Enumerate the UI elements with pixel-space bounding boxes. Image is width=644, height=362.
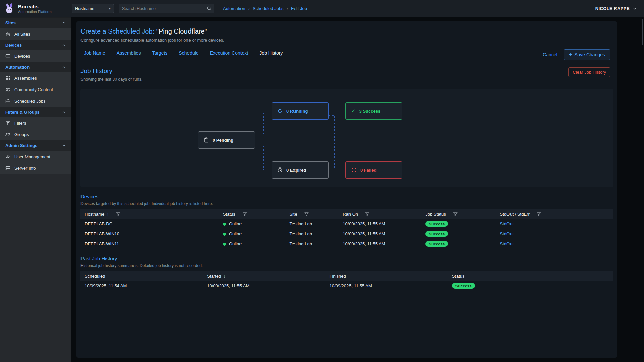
- sidebar-item-devices[interactable]: Devices: [0, 50, 71, 62]
- search-icon[interactable]: [207, 6, 212, 11]
- brand: Borealis Automation Platform: [0, 3, 71, 15]
- breadcrumb-scheduled-jobs[interactable]: Scheduled Jobs: [253, 6, 284, 11]
- sidebar-item-scheduled-jobs[interactable]: Scheduled Jobs: [0, 95, 71, 107]
- column-label: Finished: [329, 274, 346, 279]
- stdout-link[interactable]: StdOut: [500, 241, 514, 246]
- grid-icon: [5, 76, 10, 81]
- sidebar-item-label: All Sites: [14, 32, 30, 37]
- stdout-link[interactable]: StdOut: [500, 221, 514, 226]
- stdout-link[interactable]: StdOut: [500, 231, 514, 236]
- filter-icon[interactable]: [116, 212, 120, 216]
- device-table-row[interactable]: DEEPLAB-WIN11 Online Testing Lab 10/09/2…: [80, 239, 613, 249]
- user-icon: [5, 154, 10, 159]
- flow-node-expired[interactable]: 0 Expired: [272, 161, 329, 179]
- column-label: Hostname: [85, 212, 104, 217]
- sort-ascending-icon[interactable]: ↑: [107, 212, 109, 217]
- sidebar-item-assemblies[interactable]: Assemblies: [0, 72, 71, 84]
- past-history-row[interactable]: 10/09/2025, 11:54 AM 10/09/2025, 11:55 A…: [80, 281, 613, 291]
- cell-ran-on: 10/09/2025, 11:55 AM: [339, 239, 421, 249]
- sidebar-item-filters[interactable]: Filters: [0, 117, 71, 129]
- sidebar-item-label: Filters: [14, 121, 26, 126]
- past-history-heading: Past Job History: [80, 256, 613, 261]
- column-header-site[interactable]: Site: [285, 209, 339, 219]
- sidebar-item-all-sites[interactable]: All Sites: [0, 28, 71, 40]
- filter-icon[interactable]: [304, 212, 309, 216]
- scrollbar-thumb[interactable]: [642, 19, 643, 45]
- flow-node-failed[interactable]: 0 Failed: [345, 161, 402, 179]
- past-history-header-row: Scheduled Started ↓ Finished Status: [80, 272, 613, 281]
- tab-execution-context[interactable]: Execution Context: [210, 50, 248, 59]
- column-label: Status: [223, 212, 235, 217]
- column-label: Status: [452, 274, 465, 279]
- cancel-button[interactable]: Cancel: [543, 52, 557, 57]
- device-table-row[interactable]: DEEPLAB-DC Online Testing Lab 10/09/2025…: [80, 219, 613, 229]
- filter-icon[interactable]: [453, 212, 458, 216]
- sidebar-item-label: Groups: [14, 132, 29, 137]
- cell-site: Testing Lab: [285, 219, 339, 229]
- cell-hostname: DEEPLAB-WIN11: [80, 239, 219, 249]
- building-icon: [5, 32, 10, 37]
- past-history-subheading: Historical job history summaries. Detail…: [80, 263, 613, 268]
- chevron-up-icon: [62, 110, 66, 114]
- column-header-started[interactable]: Started ↓: [203, 272, 325, 281]
- column-header-ran-on[interactable]: Ran On: [339, 209, 421, 219]
- column-header-hostname[interactable]: Hostname ↑: [80, 209, 219, 219]
- tab-targets[interactable]: Targets: [152, 50, 167, 59]
- filter-icon[interactable]: [243, 212, 247, 216]
- tab-job-name[interactable]: Job Name: [84, 50, 105, 59]
- search-input[interactable]: [122, 6, 207, 11]
- job-status-flow-diagram: 0 Pending 0 Running ✓ 3 Success 0 Expire…: [80, 89, 613, 187]
- hostname-select[interactable]: Hostname ▾: [72, 4, 114, 13]
- groups-icon: [5, 132, 10, 137]
- column-header-status[interactable]: Status: [448, 272, 613, 281]
- breadcrumb-separator-icon: ›: [287, 6, 288, 11]
- sidebar-section-automation[interactable]: Automation: [0, 62, 71, 72]
- sort-descending-icon[interactable]: ↓: [223, 274, 226, 279]
- hostname-select-value: Hostname: [75, 6, 94, 11]
- sidebar-item-community-content[interactable]: Community Content: [0, 84, 71, 95]
- cell-stdout: StdOut: [496, 239, 613, 249]
- filter-icon[interactable]: [537, 212, 541, 216]
- sidebar-section-label: Sites: [5, 20, 16, 25]
- error-icon: [351, 167, 357, 173]
- clock-icon: [277, 167, 283, 173]
- column-label: Scheduled: [85, 274, 105, 279]
- flow-node-label: 0 Expired: [286, 168, 306, 173]
- sidebar-section-label: Devices: [5, 43, 22, 48]
- flow-node-pending[interactable]: 0 Pending: [198, 131, 255, 149]
- sidebar-section-devices[interactable]: Devices: [0, 40, 71, 50]
- column-label: Job Status: [425, 212, 446, 217]
- chevron-down-icon: [633, 7, 637, 11]
- tab-schedule[interactable]: Schedule: [179, 50, 198, 59]
- device-table-row[interactable]: DEEPLAB-WIN10 Online Testing Lab 10/09/2…: [80, 229, 613, 239]
- clear-job-history-button[interactable]: Clear Job History: [568, 67, 610, 77]
- sidebar-item-user-management[interactable]: User Management: [0, 151, 71, 162]
- flow-node-label: 0 Running: [286, 109, 308, 114]
- sidebar-section-sites[interactable]: Sites: [0, 17, 71, 28]
- column-header-job-status[interactable]: Job Status: [421, 209, 496, 219]
- column-header-scheduled[interactable]: Scheduled: [80, 272, 203, 281]
- sidebar-section-admin-settings[interactable]: Admin Settings: [0, 140, 71, 151]
- column-header-finished[interactable]: Finished: [325, 272, 448, 281]
- user-menu[interactable]: NICOLE RAPPE: [595, 6, 637, 11]
- flow-node-running[interactable]: 0 Running: [272, 102, 329, 120]
- breadcrumb-edit-job[interactable]: Edit Job: [291, 6, 307, 11]
- sidebar-item-server-info[interactable]: Server Info: [0, 162, 71, 174]
- column-label: Started: [207, 274, 221, 279]
- page-title-job-name: "Ping Cloudflare": [156, 27, 207, 35]
- sidebar-item-groups[interactable]: Groups: [0, 129, 71, 140]
- cell-site: Testing Lab: [285, 239, 339, 249]
- column-header-status[interactable]: Status: [219, 209, 286, 219]
- save-changes-button[interactable]: + Save Changes: [564, 49, 610, 60]
- sidebar-section-filters-groups[interactable]: Filters & Groups: [0, 107, 71, 117]
- tab-assemblies[interactable]: Assemblies: [117, 50, 141, 59]
- success-badge: Success: [425, 221, 448, 227]
- breadcrumb-automation[interactable]: Automation: [223, 6, 245, 11]
- filter-icon[interactable]: [365, 212, 369, 216]
- online-status-dot: [223, 223, 226, 226]
- main-content: Create a Scheduled Job: "Ping Cloudflare…: [71, 17, 644, 362]
- flow-node-success[interactable]: ✓ 3 Success: [345, 102, 402, 120]
- sidebar-section-label: Automation: [5, 65, 30, 70]
- tab-job-history[interactable]: Job History: [259, 50, 283, 59]
- column-header-stdout-stderr[interactable]: StdOut / StdErr: [496, 209, 613, 219]
